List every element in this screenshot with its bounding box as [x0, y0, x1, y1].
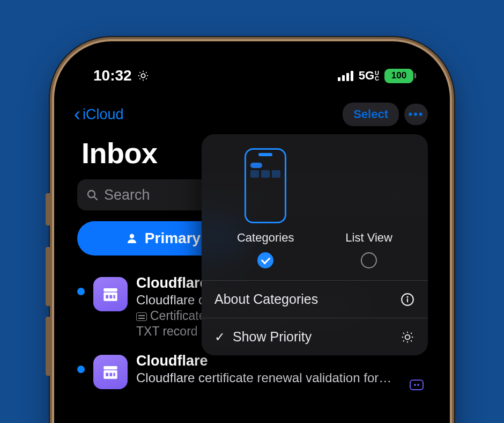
categories-preview-icon [244, 148, 286, 223]
option-listview-label: List View [345, 231, 392, 245]
side-button [46, 193, 51, 225]
svg-rect-13 [114, 373, 115, 376]
view-options-popover: Categories List View About Categories [202, 134, 428, 355]
status-right: 5GUC 100 [338, 69, 416, 83]
svg-rect-7 [109, 295, 112, 298]
status-left: 10:32 [93, 67, 149, 84]
svg-point-20 [405, 334, 410, 339]
screen: 10:32 5GUC 100 [63, 50, 441, 423]
back-label: iCloud [83, 106, 124, 123]
select-button[interactable]: Select [343, 103, 399, 126]
tab-primary-label: Primary [145, 230, 201, 247]
search-icon [86, 188, 99, 201]
svg-rect-19 [407, 298, 408, 302]
about-categories-label: About Categories [214, 291, 318, 307]
page-title: Inbox [81, 136, 158, 170]
svg-rect-8 [114, 295, 115, 298]
option-listview[interactable]: List View [345, 148, 392, 268]
focus-icon [137, 70, 149, 82]
svg-point-0 [141, 74, 145, 77]
clock: 10:32 [93, 67, 132, 84]
svg-line-2 [94, 197, 97, 200]
svg-point-3 [130, 234, 134, 238]
svg-rect-9 [103, 366, 117, 369]
more-button[interactable]: ••• [404, 104, 428, 125]
phone-frame: 10:32 5GUC 100 [56, 43, 448, 423]
svg-point-15 [414, 384, 416, 386]
svg-rect-4 [103, 288, 117, 291]
unread-dot-icon [77, 288, 85, 295]
summary-icon [136, 312, 147, 321]
svg-rect-12 [109, 373, 112, 376]
svg-rect-6 [106, 295, 108, 298]
email-subject: Cloudflare certificate renewal validatio… [136, 370, 427, 385]
about-categories-row[interactable]: About Categories [202, 281, 428, 318]
chevron-left-icon: ‹ [74, 105, 80, 124]
battery-level: 100 [384, 69, 413, 83]
checkmark-icon: ✓ [214, 331, 225, 344]
option-categories-label: Categories [237, 231, 294, 245]
show-priority-label: Show Priority [233, 329, 312, 345]
avatar [93, 277, 128, 311]
svg-point-1 [88, 191, 95, 198]
cellular-signal-icon [338, 70, 353, 81]
radio-categories[interactable] [257, 252, 273, 268]
ellipsis-icon: ••• [408, 107, 424, 121]
volume-up-button [46, 247, 51, 306]
status-bar: 10:32 5GUC 100 [63, 62, 441, 89]
svg-point-18 [406, 296, 408, 297]
svg-rect-14 [410, 380, 423, 390]
search-placeholder: Search [104, 187, 150, 203]
info-icon [400, 292, 415, 307]
show-priority-row[interactable]: ✓ Show Priority [202, 318, 428, 355]
network-type: 5GUC [359, 70, 379, 82]
avatar [93, 355, 128, 389]
siri-badge-icon [409, 378, 425, 392]
nav-bar: ‹ iCloud Select ••• [63, 100, 441, 129]
gear-icon [400, 330, 415, 345]
list-item[interactable]: Cloudflare Cloudflare certificate renewa… [63, 348, 441, 399]
battery-indicator: 100 [384, 69, 416, 83]
svg-point-16 [417, 384, 419, 386]
unread-dot-icon [77, 366, 85, 373]
volume-down-button [46, 317, 51, 376]
option-categories[interactable]: Categories [237, 148, 294, 268]
svg-rect-11 [106, 373, 108, 376]
back-button[interactable]: ‹ iCloud [74, 105, 124, 124]
radio-listview[interactable] [361, 252, 377, 268]
person-icon [125, 232, 138, 245]
